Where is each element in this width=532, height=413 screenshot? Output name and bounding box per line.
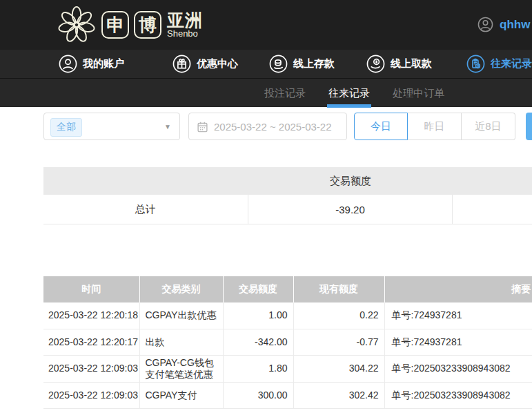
col-header-time: 时间 xyxy=(43,276,139,302)
cell-type: CGPAY出款优惠 xyxy=(139,302,223,329)
cell-amount: 300.00 xyxy=(223,382,293,408)
calendar-icon xyxy=(197,121,208,133)
nav-item-online-withdraw[interactable]: 线上取款 xyxy=(366,50,432,78)
col-header-type: 交易类别 xyxy=(139,276,223,302)
promo-icon xyxy=(173,55,191,73)
records-header-row: 时间 交易类别 交易额度 现有额度 摘要 xyxy=(43,276,532,302)
cell-amount: -342.00 xyxy=(223,329,293,355)
summary-header: 交易额度 xyxy=(43,167,532,195)
cell-time: 2025-03-22 12:20:17 xyxy=(43,329,139,355)
yesterday-button[interactable]: 昨日 xyxy=(408,113,462,140)
records-icon xyxy=(466,55,485,73)
cell-time: 2025-03-22 12:09:03 xyxy=(43,355,139,382)
tab-transaction-records[interactable]: 往来记录 xyxy=(328,79,370,108)
chevron-down-icon: ▼ xyxy=(164,123,171,131)
cell-note: 单号:724937281 xyxy=(384,302,532,329)
subnav-bar: 投注记录 往来记录 处理中订单 xyxy=(0,78,532,107)
cell-balance: -0.77 xyxy=(293,329,384,355)
cell-type: 出款 xyxy=(139,329,223,355)
cell-amount: 1.00 xyxy=(223,302,293,329)
user-account[interactable]: qhhw xyxy=(477,17,530,32)
summary-total-value: -39.20 xyxy=(248,195,453,224)
table-row: 2025-03-22 12:20:17 出款 -342.00 -0.77 单号:… xyxy=(43,329,532,355)
logo-char-shen: 申 xyxy=(101,11,129,39)
type-selected-chip[interactable]: 全部 xyxy=(50,118,82,137)
date-range-input[interactable]: 2025-03-22 ~ 2025-03-22 xyxy=(188,113,347,140)
summary-table: 交易额度 总计 -39.20 xyxy=(43,167,532,224)
cell-time: 2025-03-22 12:20:18 xyxy=(43,302,139,329)
nav-item-transaction-records[interactable]: 往来记录 xyxy=(466,50,532,78)
deposit-icon xyxy=(269,55,288,73)
page: 申 博 亚洲 Shenbo qhhw 我的账户 xyxy=(0,0,532,413)
cell-type: CGPAY支付 xyxy=(139,382,223,408)
search-button[interactable] xyxy=(526,113,532,140)
cell-balance: 302.42 xyxy=(293,382,384,408)
cell-note: 单号:202503233908943082 xyxy=(384,382,532,408)
account-icon xyxy=(59,55,77,73)
withdraw-icon xyxy=(366,55,385,73)
nav-item-promo-center[interactable]: 优惠中心 xyxy=(173,50,238,78)
col-header-balance: 现有额度 xyxy=(293,276,384,302)
summary-total-label: 总计 xyxy=(43,195,248,224)
cell-note: 单号:202503233908943082 xyxy=(384,355,532,382)
today-button[interactable]: 今日 xyxy=(354,113,408,140)
nav-item-online-deposit[interactable]: 线上存款 xyxy=(269,50,335,78)
cell-note: 单号:724937281 xyxy=(384,329,532,355)
nav-item-my-account[interactable]: 我的账户 xyxy=(59,50,124,78)
table-row: 2025-03-22 12:09:03 CGPAY-CG钱包支付笔笔送优惠 1.… xyxy=(43,355,532,382)
avatar-icon xyxy=(477,17,493,32)
shenbo-logo[interactable]: 申 博 亚洲 Shenbo xyxy=(57,5,203,45)
tab-bet-records[interactable]: 投注记录 xyxy=(264,79,306,108)
summary-empty-cell xyxy=(453,195,532,224)
cell-time: 2025-03-22 12:09:03 xyxy=(43,382,139,408)
nav-label: 优惠中心 xyxy=(197,57,238,70)
summary-total-row: 总计 -39.20 xyxy=(43,195,532,224)
cell-type: CGPAY-CG钱包支付笔笔送优惠 xyxy=(139,355,223,382)
record-tabs: 投注记录 往来记录 处理中订单 xyxy=(264,79,444,108)
type-select[interactable]: 全部 ▼ xyxy=(43,113,180,140)
date-range-value: 2025-03-22 ~ 2025-03-22 xyxy=(214,121,332,133)
logo-char-bo: 博 xyxy=(134,11,161,39)
cell-balance: 0.22 xyxy=(293,302,384,329)
table-row: 2025-03-22 12:09:03 CGPAY支付 300.00 302.4… xyxy=(43,382,532,408)
username-text[interactable]: qhhw xyxy=(500,18,530,32)
table-row: 2025-03-22 12:20:18 CGPAY出款优惠 1.00 0.22 … xyxy=(43,302,532,329)
col-header-note: 摘要 xyxy=(384,276,532,302)
logo-region-text: 亚洲 xyxy=(167,11,203,29)
nav-label: 线上存款 xyxy=(293,57,335,70)
quick-date-buttons: 今日 昨日 近8日 xyxy=(354,113,515,140)
nav-label: 往来记录 xyxy=(491,57,532,70)
records-table: 时间 交易类别 交易额度 现有额度 摘要 2025-03-22 12:20:18… xyxy=(43,276,532,409)
cell-amount: 1.80 xyxy=(223,355,293,382)
top-header-bar: 申 博 亚洲 Shenbo qhhw xyxy=(0,0,532,50)
flower-logo-icon xyxy=(57,5,97,45)
logo-subtitle: Shenbo xyxy=(167,29,203,39)
main-navbar: 我的账户 优惠中心 线上存款 线上取款 往来记录 xyxy=(0,50,532,78)
tab-pending-orders[interactable]: 处理中订单 xyxy=(393,79,444,108)
col-header-amount: 交易额度 xyxy=(223,276,293,302)
last-8-days-button[interactable]: 近8日 xyxy=(462,113,515,140)
cell-balance: 304.22 xyxy=(293,355,384,382)
nav-label: 我的账户 xyxy=(83,57,124,70)
nav-label: 线上取款 xyxy=(391,57,432,70)
